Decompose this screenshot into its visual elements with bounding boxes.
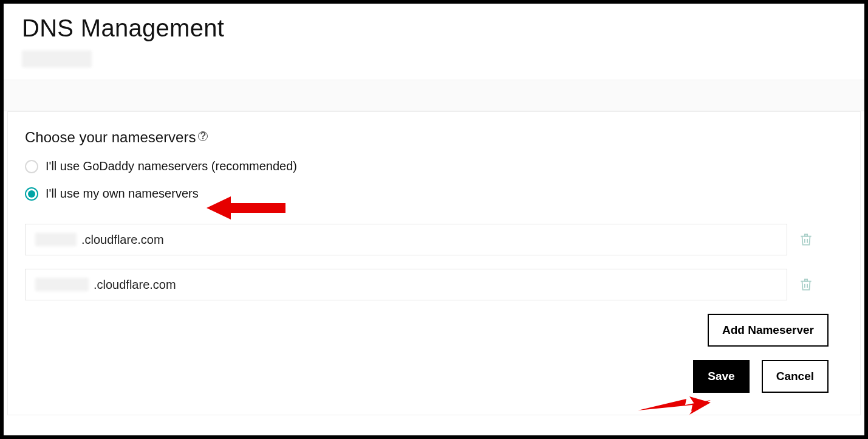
save-button[interactable]: Save [693, 360, 749, 393]
radio-option-custom[interactable]: I'll use my own nameservers [25, 187, 843, 201]
nameserver-row-1: .cloudflare.com [25, 224, 843, 255]
help-icon[interactable]: ? [198, 131, 208, 141]
nameserver-panel: Choose your nameservers ? I'll use GoDad… [7, 111, 861, 415]
choose-nameservers-title: Choose your nameservers ? [25, 129, 843, 146]
radio-icon-checked[interactable] [25, 187, 38, 201]
trash-icon-2[interactable] [798, 277, 814, 292]
nameserver-row-2: .cloudflare.com [25, 269, 843, 300]
page-title: DNS Management [22, 15, 846, 42]
spacer-bar [4, 80, 864, 111]
radio-icon-unchecked[interactable] [25, 160, 38, 173]
nameserver-suffix-1: .cloudflare.com [81, 233, 164, 247]
radio-option-godaddy[interactable]: I'll use GoDaddy nameservers (recommende… [25, 159, 843, 173]
domain-name-redacted [22, 50, 92, 67]
nameserver-suffix-2: .cloudflare.com [94, 278, 176, 292]
trash-icon-1[interactable] [798, 232, 814, 247]
radio-label-custom: I'll use my own nameservers [46, 187, 199, 201]
cancel-button[interactable]: Cancel [762, 360, 829, 393]
add-nameserver-button[interactable]: Add Nameserver [708, 314, 829, 347]
section-title-text: Choose your nameservers [25, 129, 196, 146]
nameserver-prefix-redacted [35, 233, 77, 246]
nameserver-input-1[interactable]: .cloudflare.com [25, 224, 787, 255]
nameserver-input-2[interactable]: .cloudflare.com [25, 269, 787, 300]
radio-label-godaddy: I'll use GoDaddy nameservers (recommende… [46, 159, 297, 173]
nameserver-prefix-redacted [35, 278, 89, 291]
